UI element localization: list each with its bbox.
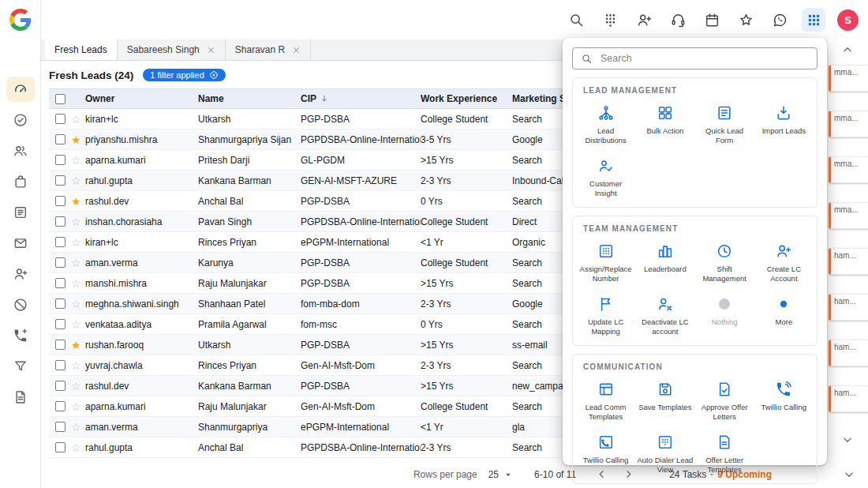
calendar-icon[interactable] xyxy=(700,8,724,32)
star-icon[interactable]: ☆ xyxy=(71,381,81,392)
column-header-cip[interactable]: CIP xyxy=(301,89,421,108)
row-checkbox[interactable] xyxy=(55,340,65,350)
app-item-deactivate-lc-account[interactable]: Deactivate LC account xyxy=(635,291,694,343)
star-icon[interactable]: ☆ xyxy=(71,360,81,371)
support-icon[interactable] xyxy=(666,8,690,32)
chevron-up-icon[interactable] xyxy=(827,41,868,58)
chevron-down-icon[interactable] xyxy=(840,465,859,484)
row-checkbox[interactable] xyxy=(55,216,65,227)
task-card[interactable]: mma... xyxy=(829,156,868,183)
app-item-leaderboard[interactable]: Leaderboard xyxy=(635,238,694,291)
row-checkbox[interactable] xyxy=(55,155,65,165)
row-checkbox[interactable] xyxy=(55,175,65,186)
row-checkbox[interactable] xyxy=(55,381,65,391)
tab-sharavan-r[interactable]: Sharavan R xyxy=(226,39,311,60)
app-item-auto-dialer-lead-view[interactable]: Auto Dialer Lead View xyxy=(635,429,694,482)
sidebar-item-mail[interactable] xyxy=(6,231,35,256)
task-card[interactable]: mma... xyxy=(829,111,868,137)
filter-badge[interactable]: 1 filter applied xyxy=(143,69,226,81)
column-header-owner[interactable]: Owner xyxy=(85,89,198,108)
chevron-down-icon[interactable] xyxy=(827,431,868,449)
row-checkbox[interactable] xyxy=(55,360,65,370)
row-checkbox[interactable] xyxy=(55,319,65,329)
star-icon[interactable]: ☆ xyxy=(71,257,81,268)
app-item-quick-lead-form[interactable]: Quick Lead Form xyxy=(695,99,754,152)
brand-logo[interactable] xyxy=(9,9,32,31)
row-checkbox[interactable] xyxy=(55,298,65,309)
star-icon[interactable]: ★ xyxy=(71,196,81,207)
star-icon[interactable]: ☆ xyxy=(71,401,81,412)
app-item-more[interactable]: More xyxy=(754,291,814,343)
task-card[interactable]: ham... xyxy=(829,248,868,275)
dialpad-icon[interactable] xyxy=(598,8,622,32)
row-checkbox[interactable] xyxy=(55,278,65,288)
app-item-assign-replace-number[interactable]: Assign/Replace Number xyxy=(576,238,635,291)
sidebar-item-bag[interactable] xyxy=(6,169,35,194)
whatsapp-icon[interactable] xyxy=(768,8,791,32)
row-checkbox[interactable] xyxy=(55,257,65,268)
row-checkbox[interactable] xyxy=(55,442,65,452)
app-item-shift-management[interactable]: Shift Management xyxy=(695,238,754,291)
apps-search-input[interactable] xyxy=(599,52,809,65)
row-checkbox[interactable] xyxy=(55,134,65,145)
column-header-work-experience[interactable]: Work Experience xyxy=(421,89,512,108)
person-add-icon[interactable] xyxy=(632,8,656,32)
app-item-approve-offer-letters[interactable]: Approve Offer Letters xyxy=(695,376,754,429)
star-icon[interactable]: ☆ xyxy=(71,442,81,453)
app-item-bulk-action[interactable]: Bulk Action xyxy=(635,99,694,152)
tab-sabareesh-singh[interactable]: Sabareesh Singh xyxy=(118,39,226,60)
app-item-twillio-calling[interactable]: Twillio Calling xyxy=(576,429,635,482)
app-item-update-lc-mapping[interactable]: Update LC Mapping xyxy=(576,291,635,343)
apps-grid-icon[interactable] xyxy=(802,8,825,32)
sidebar-item-phone-add[interactable] xyxy=(6,323,35,348)
sidebar-item-funnel[interactable] xyxy=(6,354,35,379)
sidebar-item-people[interactable] xyxy=(6,138,35,163)
remove-filter-icon[interactable] xyxy=(209,70,219,80)
app-item-customer-insight[interactable]: Customer Insight xyxy=(576,152,635,205)
avatar[interactable]: S xyxy=(837,9,859,31)
star-icon[interactable]: ☆ xyxy=(71,155,81,166)
close-icon[interactable] xyxy=(207,46,215,54)
row-checkbox[interactable] xyxy=(55,237,65,247)
row-checkbox[interactable] xyxy=(55,422,65,432)
star-icon[interactable]: ☆ xyxy=(71,278,81,289)
row-checkbox[interactable] xyxy=(55,114,65,124)
star-icon[interactable]: ☆ xyxy=(71,237,81,248)
task-card[interactable]: ham... xyxy=(829,385,868,412)
sidebar-item-doc-lines[interactable] xyxy=(6,385,35,410)
star-icon[interactable]: ☆ xyxy=(71,298,81,310)
star-icon[interactable]: ☆ xyxy=(71,422,81,433)
sidebar-item-list-alt[interactable] xyxy=(6,200,35,225)
task-card[interactable]: ham... xyxy=(829,294,868,321)
star-icon[interactable] xyxy=(734,8,758,32)
sidebar-item-check-circle[interactable] xyxy=(6,107,35,133)
sort-desc-icon[interactable] xyxy=(320,94,329,103)
sidebar-item-block[interactable] xyxy=(6,292,35,317)
app-item-lead-comm-templates[interactable]: Lead Comm Templates xyxy=(576,376,635,429)
column-header-name[interactable]: Name xyxy=(198,89,301,108)
sidebar-item-gauge[interactable] xyxy=(6,77,35,102)
app-item-create-lc-account[interactable]: Create LC Account xyxy=(754,238,814,291)
app-item-save-templates[interactable]: Save Templates xyxy=(635,376,694,429)
close-icon[interactable] xyxy=(292,46,301,54)
app-item-twillio-calling[interactable]: Twillio Calling xyxy=(754,376,814,429)
row-checkbox[interactable] xyxy=(55,401,65,411)
star-icon[interactable]: ☆ xyxy=(71,216,81,227)
task-card[interactable]: mma... xyxy=(829,202,868,229)
star-icon[interactable]: ☆ xyxy=(71,114,81,125)
star-icon[interactable]: ★ xyxy=(71,340,81,351)
task-card[interactable]: ham... xyxy=(829,340,868,366)
star-icon[interactable]: ☆ xyxy=(71,319,81,330)
tab-fresh-leads[interactable]: Fresh Leads xyxy=(45,39,118,60)
apps-search[interactable] xyxy=(572,47,817,69)
search-icon[interactable] xyxy=(564,8,588,32)
sidebar-item-person-add[interactable] xyxy=(6,261,35,287)
star-icon[interactable]: ★ xyxy=(71,134,81,145)
task-card[interactable]: mma... xyxy=(829,65,868,92)
star-icon[interactable]: ☆ xyxy=(71,175,81,186)
row-checkbox[interactable] xyxy=(55,196,65,206)
select-all-checkbox[interactable] xyxy=(55,94,65,104)
app-item-import-leads[interactable]: Import Leads xyxy=(754,99,814,152)
app-item-offer-letter-templates[interactable]: Offer Letter Templates xyxy=(695,429,754,482)
app-item-lead-distributions[interactable]: Lead Distributions xyxy=(576,99,635,152)
